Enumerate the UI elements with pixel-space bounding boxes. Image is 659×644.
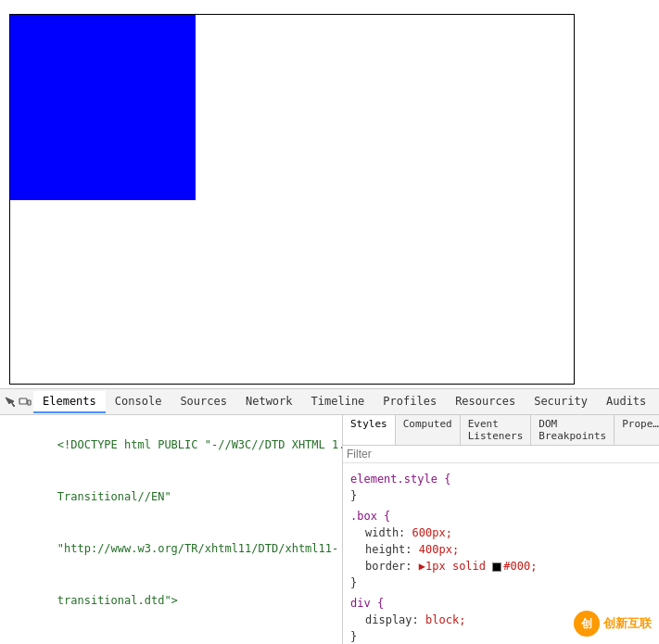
- tab-audits[interactable]: Audits: [597, 391, 655, 413]
- styles-subtabs: Styles Computed Event Listeners DOM Brea…: [343, 415, 659, 446]
- tab-resources[interactable]: Resources: [446, 391, 525, 413]
- devtools-tabs: Elements Console Sources Network Timelin…: [33, 391, 655, 413]
- dom-doctype4: transitional.dtd">: [0, 575, 342, 626]
- css-prop-width: width: 600px;: [365, 524, 652, 541]
- tab-console[interactable]: Console: [106, 391, 171, 413]
- css-rule-element-style: element.style { }: [350, 471, 652, 504]
- watermark-icon: 创: [574, 611, 600, 637]
- styles-panel[interactable]: Styles Computed Event Listeners DOM Brea…: [343, 415, 659, 644]
- css-selector: element.style {: [350, 473, 450, 486]
- tab-sources[interactable]: Sources: [171, 391, 236, 413]
- devtools-toolbar: Elements Console Sources Network Timelin…: [0, 389, 659, 415]
- tab-network[interactable]: Network: [236, 391, 302, 413]
- filter-bar[interactable]: [343, 446, 659, 463]
- dom-doctype3: "http://www.w3.org/TR/xhtml11/DTD/xhtml1…: [0, 523, 342, 575]
- page-content-box: [9, 14, 575, 385]
- filter-input[interactable]: [347, 448, 655, 461]
- border-color-swatch[interactable]: [492, 562, 501, 572]
- svg-rect-1: [28, 400, 31, 405]
- tab-timeline[interactable]: Timeline: [302, 391, 374, 413]
- browser-viewport: [0, 0, 659, 389]
- devtools-main: <!DOCTYPE html PUBLIC "-//W3C//DTD XHTML…: [0, 415, 659, 644]
- subtab-computed[interactable]: Computed: [396, 415, 461, 445]
- subtab-properties[interactable]: Prope…: [615, 415, 659, 445]
- dom-doctype: <!DOCTYPE html PUBLIC "-//W3C//DTD XHTML…: [0, 419, 342, 471]
- css-rule-box: .box { width: 600px; height: 400px; bord…: [350, 508, 652, 591]
- dom-html[interactable]: <html xmlns="http://www.w3.org/1999/xhtm…: [0, 626, 342, 644]
- tab-elements[interactable]: Elements: [33, 391, 106, 413]
- css-prop-height: height: 400px;: [365, 541, 652, 558]
- blue-rectangle: [10, 15, 196, 200]
- subtab-dom-breakpoints[interactable]: DOM Breakpoints: [531, 415, 615, 445]
- devtools-panel: Elements Console Sources Network Timelin…: [0, 389, 659, 644]
- subtab-event-listeners[interactable]: Event Listeners: [461, 415, 532, 445]
- tab-profiles[interactable]: Profiles: [374, 391, 446, 413]
- tab-security[interactable]: Security: [525, 391, 597, 413]
- dom-doctype2: Transitional//EN": [0, 471, 342, 523]
- subtab-styles[interactable]: Styles: [343, 415, 396, 445]
- css-prop-border: border: ▶1px solid #000;: [365, 558, 652, 575]
- dom-panel[interactable]: <!DOCTYPE html PUBLIC "-//W3C//DTD XHTML…: [0, 415, 343, 644]
- device-mode-icon[interactable]: [19, 395, 32, 410]
- inspect-element-icon[interactable]: [4, 395, 17, 410]
- css-selector-box: .box {: [350, 510, 390, 523]
- watermark-text: 创新互联: [603, 615, 652, 632]
- svg-rect-0: [19, 398, 27, 404]
- watermark: 创 创新互联: [574, 611, 652, 637]
- css-selector-div: div {: [350, 597, 384, 610]
